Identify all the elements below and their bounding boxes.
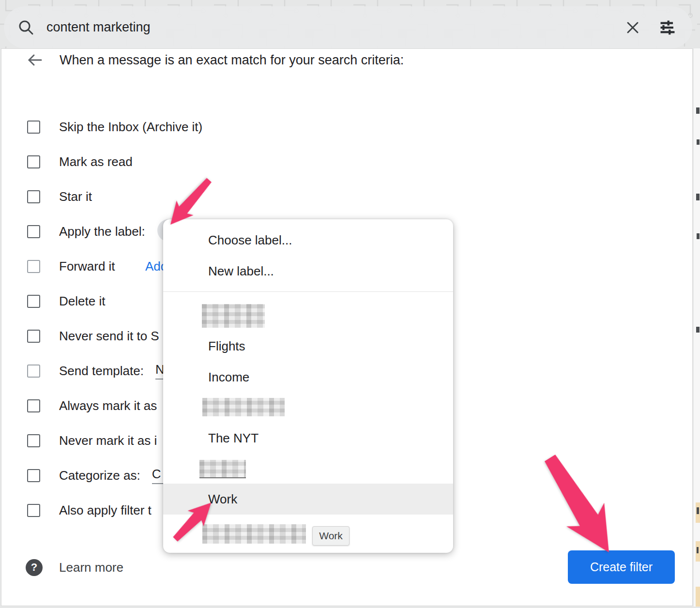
filter-option-row: Never send it to S bbox=[27, 319, 159, 353]
back-arrow-icon[interactable] bbox=[26, 51, 44, 69]
option-label: Also apply filter t bbox=[59, 503, 152, 518]
option-label: Skip the Inbox (Archive it) bbox=[59, 120, 202, 135]
option-label: Send template: bbox=[59, 364, 144, 379]
edge-strip bbox=[694, 48, 700, 607]
checkbox-apply-label[interactable] bbox=[27, 225, 40, 238]
create-filter-button[interactable]: Create filter bbox=[568, 550, 675, 584]
filter-option-row: Delete it bbox=[27, 284, 105, 319]
filter-option-row: Categorize as: C bbox=[27, 458, 166, 493]
filter-option-row: Apply the label: bbox=[27, 214, 145, 249]
option-label: Forward it bbox=[59, 259, 115, 274]
filter-option-row: Always mark it as bbox=[27, 388, 157, 423]
checkbox-also-apply[interactable] bbox=[27, 504, 40, 517]
checkbox-mark-read[interactable] bbox=[27, 155, 40, 168]
label-item-work[interactable]: Work bbox=[163, 484, 453, 515]
menu-item-new-label[interactable]: New label... bbox=[163, 257, 453, 285]
filter-option-row: Mark as read bbox=[27, 144, 133, 179]
option-label: Delete it bbox=[59, 294, 105, 309]
option-label: Star it bbox=[59, 189, 92, 204]
label-item-flights[interactable]: Flights bbox=[163, 332, 453, 360]
label-item-the-nyt[interactable]: The NYT bbox=[163, 424, 453, 452]
checkbox-always-important[interactable] bbox=[27, 399, 40, 412]
checkbox-categorize[interactable] bbox=[27, 469, 40, 482]
checkbox-delete-it[interactable] bbox=[27, 295, 40, 308]
option-label: Categorize as: bbox=[59, 468, 140, 483]
redacted-label-3[interactable] bbox=[199, 460, 246, 478]
learn-more-link[interactable]: ? Learn more bbox=[26, 556, 123, 578]
redacted-label-1[interactable] bbox=[202, 304, 265, 328]
clear-search-icon[interactable] bbox=[624, 19, 641, 36]
option-label: Never mark it as i bbox=[59, 433, 157, 448]
learn-more-label: Learn more bbox=[59, 560, 123, 575]
option-label: Always mark it as bbox=[59, 398, 157, 413]
search-options-icon[interactable] bbox=[659, 19, 676, 36]
checkbox-forward-it[interactable] bbox=[27, 260, 40, 273]
search-input[interactable]: content marketing bbox=[46, 20, 624, 35]
option-label: Never send it to S bbox=[59, 329, 159, 344]
checkbox-never-spam[interactable] bbox=[27, 330, 40, 343]
label-menu: Choose label... New label... Flights Inc… bbox=[163, 219, 453, 553]
filter-option-row: Star it bbox=[27, 179, 92, 214]
label-item-income[interactable]: Income bbox=[163, 363, 453, 391]
filter-option-row: Also apply filter t bbox=[27, 493, 152, 528]
menu-item-choose-label[interactable]: Choose label... bbox=[163, 226, 453, 254]
search-icon bbox=[17, 19, 35, 36]
filter-option-row: Never mark it as i bbox=[27, 423, 157, 458]
filter-option-row: Forward it Add bbox=[27, 249, 115, 284]
redacted-label-2[interactable] bbox=[202, 398, 285, 416]
option-label: Apply the label: bbox=[59, 224, 145, 239]
filter-option-row: Send template: N bbox=[27, 353, 169, 388]
work-tooltip: Work bbox=[312, 526, 350, 546]
help-icon: ? bbox=[26, 559, 43, 576]
checkbox-send-template[interactable] bbox=[27, 365, 40, 378]
search-bar[interactable]: content marketing bbox=[4, 6, 692, 48]
checkbox-skip-inbox[interactable] bbox=[27, 121, 40, 134]
checkbox-star-it[interactable] bbox=[27, 190, 40, 203]
menu-divider bbox=[163, 291, 453, 292]
option-label: Mark as read bbox=[59, 154, 133, 169]
filter-option-row: Skip the Inbox (Archive it) bbox=[27, 109, 202, 144]
checkbox-never-important[interactable] bbox=[27, 434, 40, 447]
redacted-label-4[interactable] bbox=[202, 524, 306, 544]
page-title: When a message is an exact match for you… bbox=[60, 53, 404, 68]
